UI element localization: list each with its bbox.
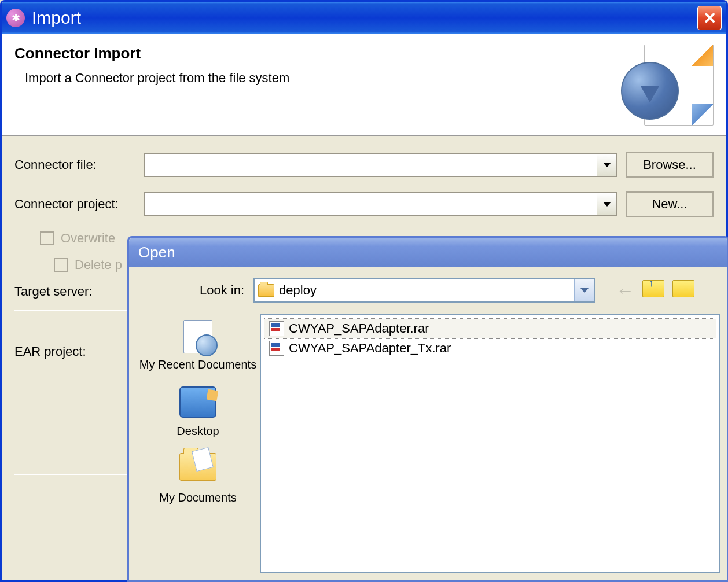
browse-button[interactable]: Browse... [626,152,714,178]
documents-icon [179,453,216,481]
look-in-value: deploy [279,283,569,298]
recent-documents-icon [183,320,212,353]
open-titlebar[interactable]: Open [129,238,727,267]
place-my-documents[interactable]: My Documents [159,453,236,504]
folder-up-icon[interactable] [642,280,664,297]
rar-file-icon [269,321,284,336]
back-icon[interactable]: ← [616,280,634,301]
overwrite-checkbox[interactable] [40,231,54,245]
open-dialog: Open Look in: deploy ← My Recent Documen… [127,236,728,582]
folder-icon [258,284,274,297]
file-item[interactable]: CWYAP_SAPAdapter.rar [264,319,716,338]
connector-file-combo[interactable] [144,153,617,177]
open-content: My Recent Documents Desktop My Documents… [136,314,720,573]
delete-checkbox-label: Delete p [75,257,122,272]
place-documents-label: My Documents [159,491,236,504]
target-server-label: Target server: [14,284,136,299]
close-button[interactable]: ✕ [697,6,722,30]
delete-checkbox[interactable] [54,258,68,272]
import-window-title: Import [32,8,697,28]
place-recent-documents[interactable]: My Recent Documents [139,320,256,371]
places-bar: My Recent Documents Desktop My Documents [136,314,260,573]
rar-file-icon [269,341,284,356]
connector-file-label: Connector file: [14,157,136,172]
wizard-description: Import a Connector project from the file… [25,71,289,86]
import-titlebar[interactable]: Import ✕ [2,2,726,34]
chevron-down-icon[interactable] [574,279,594,301]
open-dialog-title: Open [138,244,175,261]
connector-icon [621,62,679,120]
chevron-down-icon[interactable] [597,193,616,215]
look-in-row: Look in: deploy ← [136,278,720,303]
open-dialog-body: Look in: deploy ← My Recent Documents [129,267,727,580]
ear-project-label: EAR project: [14,344,136,359]
connector-project-input[interactable] [145,198,597,211]
file-name: CWYAP_SAPAdapter_Tx.rar [289,341,451,356]
wizard-title: Connector Import [14,45,289,62]
file-list[interactable]: CWYAP_SAPAdapter.rar CWYAP_SAPAdapter_Tx… [260,314,720,573]
place-desktop-label: Desktop [177,425,219,438]
nav-buttons: ← [616,280,694,301]
connector-file-row: Connector file: Browse... [14,152,714,178]
connector-project-row: Connector project: New... [14,191,714,217]
file-name: CWYAP_SAPAdapter.rar [289,321,429,336]
import-app-icon [6,9,25,27]
chevron-down-icon[interactable] [597,154,616,176]
desktop-icon [179,386,216,418]
overwrite-checkbox-label: Overwrite [61,231,115,246]
wizard-header: Connector Import Import a Connector proj… [2,34,726,136]
wizard-header-text: Connector Import Import a Connector proj… [14,45,289,86]
wizard-icon [621,45,714,126]
place-desktop[interactable]: Desktop [177,386,219,438]
look-in-label: Look in: [200,283,244,298]
look-in-combo[interactable]: deploy [253,278,595,303]
connector-project-combo[interactable] [144,192,617,216]
new-folder-icon[interactable] [672,280,694,297]
connector-project-label: Connector project: [14,197,136,212]
place-recent-label: My Recent Documents [139,358,256,371]
file-item[interactable]: CWYAP_SAPAdapter_Tx.rar [264,338,716,358]
new-button[interactable]: New... [626,191,714,217]
connector-file-input[interactable] [145,159,597,172]
close-icon: ✕ [703,9,716,28]
